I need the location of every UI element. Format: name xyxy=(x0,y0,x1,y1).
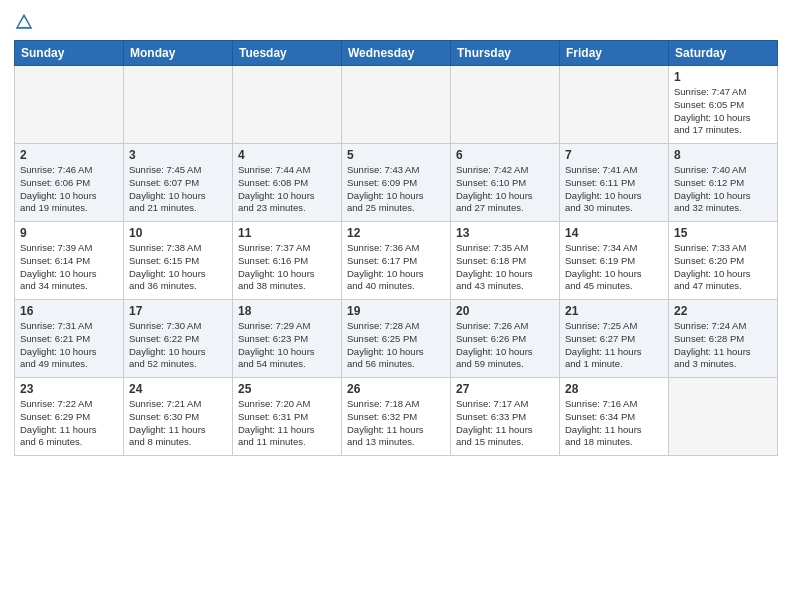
day-info: Sunrise: 7:35 AM Sunset: 6:18 PM Dayligh… xyxy=(456,242,554,293)
day-number: 5 xyxy=(347,148,445,162)
day-info: Sunrise: 7:31 AM Sunset: 6:21 PM Dayligh… xyxy=(20,320,118,371)
day-info: Sunrise: 7:25 AM Sunset: 6:27 PM Dayligh… xyxy=(565,320,663,371)
day-number: 21 xyxy=(565,304,663,318)
day-info: Sunrise: 7:33 AM Sunset: 6:20 PM Dayligh… xyxy=(674,242,772,293)
day-info: Sunrise: 7:26 AM Sunset: 6:26 PM Dayligh… xyxy=(456,320,554,371)
day-info: Sunrise: 7:41 AM Sunset: 6:11 PM Dayligh… xyxy=(565,164,663,215)
day-info: Sunrise: 7:39 AM Sunset: 6:14 PM Dayligh… xyxy=(20,242,118,293)
calendar-cell: 5Sunrise: 7:43 AM Sunset: 6:09 PM Daylig… xyxy=(342,144,451,222)
day-number: 23 xyxy=(20,382,118,396)
day-number: 27 xyxy=(456,382,554,396)
day-number: 25 xyxy=(238,382,336,396)
day-number: 13 xyxy=(456,226,554,240)
day-number: 17 xyxy=(129,304,227,318)
day-info: Sunrise: 7:40 AM Sunset: 6:12 PM Dayligh… xyxy=(674,164,772,215)
calendar-cell: 20Sunrise: 7:26 AM Sunset: 6:26 PM Dayli… xyxy=(451,300,560,378)
calendar-cell: 24Sunrise: 7:21 AM Sunset: 6:30 PM Dayli… xyxy=(124,378,233,456)
day-info: Sunrise: 7:24 AM Sunset: 6:28 PM Dayligh… xyxy=(674,320,772,371)
calendar-cell: 1Sunrise: 7:47 AM Sunset: 6:05 PM Daylig… xyxy=(669,66,778,144)
calendar-cell: 16Sunrise: 7:31 AM Sunset: 6:21 PM Dayli… xyxy=(15,300,124,378)
day-number: 1 xyxy=(674,70,772,84)
calendar-cell xyxy=(342,66,451,144)
day-info: Sunrise: 7:22 AM Sunset: 6:29 PM Dayligh… xyxy=(20,398,118,449)
calendar-header-monday: Monday xyxy=(124,41,233,66)
day-info: Sunrise: 7:46 AM Sunset: 6:06 PM Dayligh… xyxy=(20,164,118,215)
day-info: Sunrise: 7:36 AM Sunset: 6:17 PM Dayligh… xyxy=(347,242,445,293)
calendar-header-tuesday: Tuesday xyxy=(233,41,342,66)
day-number: 18 xyxy=(238,304,336,318)
calendar-header-thursday: Thursday xyxy=(451,41,560,66)
day-number: 9 xyxy=(20,226,118,240)
day-info: Sunrise: 7:21 AM Sunset: 6:30 PM Dayligh… xyxy=(129,398,227,449)
calendar-cell: 12Sunrise: 7:36 AM Sunset: 6:17 PM Dayli… xyxy=(342,222,451,300)
day-number: 4 xyxy=(238,148,336,162)
day-info: Sunrise: 7:16 AM Sunset: 6:34 PM Dayligh… xyxy=(565,398,663,449)
day-number: 3 xyxy=(129,148,227,162)
calendar-cell: 19Sunrise: 7:28 AM Sunset: 6:25 PM Dayli… xyxy=(342,300,451,378)
calendar-header-wednesday: Wednesday xyxy=(342,41,451,66)
day-number: 26 xyxy=(347,382,445,396)
calendar-cell: 3Sunrise: 7:45 AM Sunset: 6:07 PM Daylig… xyxy=(124,144,233,222)
day-number: 8 xyxy=(674,148,772,162)
day-info: Sunrise: 7:17 AM Sunset: 6:33 PM Dayligh… xyxy=(456,398,554,449)
day-number: 11 xyxy=(238,226,336,240)
calendar-week-2: 2Sunrise: 7:46 AM Sunset: 6:06 PM Daylig… xyxy=(15,144,778,222)
calendar-cell: 28Sunrise: 7:16 AM Sunset: 6:34 PM Dayli… xyxy=(560,378,669,456)
calendar-week-3: 9Sunrise: 7:39 AM Sunset: 6:14 PM Daylig… xyxy=(15,222,778,300)
calendar-header-row: SundayMondayTuesdayWednesdayThursdayFrid… xyxy=(15,41,778,66)
calendar-cell: 11Sunrise: 7:37 AM Sunset: 6:16 PM Dayli… xyxy=(233,222,342,300)
calendar-cell: 18Sunrise: 7:29 AM Sunset: 6:23 PM Dayli… xyxy=(233,300,342,378)
day-info: Sunrise: 7:30 AM Sunset: 6:22 PM Dayligh… xyxy=(129,320,227,371)
day-number: 28 xyxy=(565,382,663,396)
day-info: Sunrise: 7:43 AM Sunset: 6:09 PM Dayligh… xyxy=(347,164,445,215)
header xyxy=(14,12,778,32)
day-info: Sunrise: 7:47 AM Sunset: 6:05 PM Dayligh… xyxy=(674,86,772,137)
day-number: 14 xyxy=(565,226,663,240)
calendar-cell: 4Sunrise: 7:44 AM Sunset: 6:08 PM Daylig… xyxy=(233,144,342,222)
day-number: 15 xyxy=(674,226,772,240)
day-info: Sunrise: 7:38 AM Sunset: 6:15 PM Dayligh… xyxy=(129,242,227,293)
calendar-cell: 13Sunrise: 7:35 AM Sunset: 6:18 PM Dayli… xyxy=(451,222,560,300)
day-info: Sunrise: 7:18 AM Sunset: 6:32 PM Dayligh… xyxy=(347,398,445,449)
calendar-cell: 2Sunrise: 7:46 AM Sunset: 6:06 PM Daylig… xyxy=(15,144,124,222)
logo-icon xyxy=(14,12,34,32)
page: SundayMondayTuesdayWednesdayThursdayFrid… xyxy=(0,0,792,612)
calendar-header-friday: Friday xyxy=(560,41,669,66)
calendar-cell: 15Sunrise: 7:33 AM Sunset: 6:20 PM Dayli… xyxy=(669,222,778,300)
calendar-cell xyxy=(669,378,778,456)
day-number: 6 xyxy=(456,148,554,162)
calendar-header-saturday: Saturday xyxy=(669,41,778,66)
calendar-cell xyxy=(560,66,669,144)
day-number: 24 xyxy=(129,382,227,396)
calendar-cell: 26Sunrise: 7:18 AM Sunset: 6:32 PM Dayli… xyxy=(342,378,451,456)
day-number: 19 xyxy=(347,304,445,318)
day-info: Sunrise: 7:34 AM Sunset: 6:19 PM Dayligh… xyxy=(565,242,663,293)
day-number: 22 xyxy=(674,304,772,318)
calendar-cell: 25Sunrise: 7:20 AM Sunset: 6:31 PM Dayli… xyxy=(233,378,342,456)
logo xyxy=(14,12,38,32)
calendar-cell xyxy=(124,66,233,144)
calendar-header-sunday: Sunday xyxy=(15,41,124,66)
calendar-cell: 21Sunrise: 7:25 AM Sunset: 6:27 PM Dayli… xyxy=(560,300,669,378)
calendar-week-5: 23Sunrise: 7:22 AM Sunset: 6:29 PM Dayli… xyxy=(15,378,778,456)
day-info: Sunrise: 7:37 AM Sunset: 6:16 PM Dayligh… xyxy=(238,242,336,293)
calendar-cell: 9Sunrise: 7:39 AM Sunset: 6:14 PM Daylig… xyxy=(15,222,124,300)
calendar-cell xyxy=(451,66,560,144)
calendar-cell: 6Sunrise: 7:42 AM Sunset: 6:10 PM Daylig… xyxy=(451,144,560,222)
day-info: Sunrise: 7:44 AM Sunset: 6:08 PM Dayligh… xyxy=(238,164,336,215)
calendar-cell: 8Sunrise: 7:40 AM Sunset: 6:12 PM Daylig… xyxy=(669,144,778,222)
calendar-cell xyxy=(15,66,124,144)
day-info: Sunrise: 7:28 AM Sunset: 6:25 PM Dayligh… xyxy=(347,320,445,371)
calendar-week-1: 1Sunrise: 7:47 AM Sunset: 6:05 PM Daylig… xyxy=(15,66,778,144)
day-info: Sunrise: 7:29 AM Sunset: 6:23 PM Dayligh… xyxy=(238,320,336,371)
calendar-cell: 27Sunrise: 7:17 AM Sunset: 6:33 PM Dayli… xyxy=(451,378,560,456)
day-info: Sunrise: 7:42 AM Sunset: 6:10 PM Dayligh… xyxy=(456,164,554,215)
calendar-cell: 17Sunrise: 7:30 AM Sunset: 6:22 PM Dayli… xyxy=(124,300,233,378)
day-info: Sunrise: 7:45 AM Sunset: 6:07 PM Dayligh… xyxy=(129,164,227,215)
calendar-cell: 10Sunrise: 7:38 AM Sunset: 6:15 PM Dayli… xyxy=(124,222,233,300)
day-number: 16 xyxy=(20,304,118,318)
day-number: 10 xyxy=(129,226,227,240)
day-number: 7 xyxy=(565,148,663,162)
calendar: SundayMondayTuesdayWednesdayThursdayFrid… xyxy=(14,40,778,456)
calendar-cell: 22Sunrise: 7:24 AM Sunset: 6:28 PM Dayli… xyxy=(669,300,778,378)
